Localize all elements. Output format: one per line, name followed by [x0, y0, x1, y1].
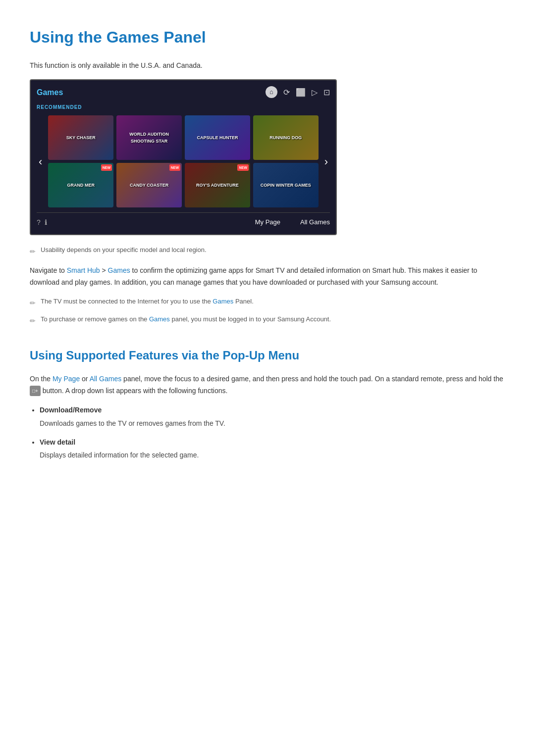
game-tile-1[interactable]: SKY CHASER [48, 115, 113, 160]
games-panel-image: Games ⌂ ⟳ ⬜ ▷ ⊡ RECOMMENDED ‹ SKY CHASER… [30, 79, 337, 235]
note-1-text: Usability depends on your specific model… [41, 245, 207, 255]
game-tile-3[interactable]: CAPSULE HUNTER [185, 115, 250, 160]
game-tile-2[interactable]: WORLD AUDITION SHOOTING STAR [116, 115, 182, 160]
panel-footer: ? ℹ My Page All Games [37, 212, 330, 228]
features-list: Download/Remove Downloads games to the T… [30, 404, 505, 461]
note-3: ✏ To purchase or remove games on the Gam… [30, 314, 505, 326]
game-title-8: COPIN WINTER GAMES [259, 180, 313, 191]
all-games-link[interactable]: All Games [90, 375, 122, 383]
footer-help-icon: ? [37, 217, 41, 228]
remote-button-icon: □+ [30, 386, 41, 396]
panel-icon-search: ⟳ [283, 86, 290, 99]
footer-all-games[interactable]: All Games [300, 217, 330, 228]
games-link-1[interactable]: Games [108, 266, 130, 274]
recommended-label: RECOMMENDED [37, 103, 330, 111]
panel-icon-group: ⌂ ⟳ ⬜ ▷ ⊡ [266, 86, 330, 99]
pencil-icon-2: ✏ [30, 298, 36, 308]
body-paragraph-1: Navigate to Smart Hub > Games to confirm… [30, 265, 505, 289]
popup-intro-text: On the My Page or All Games panel, move … [30, 373, 505, 397]
game-title-3: CAPSULE HUNTER [195, 132, 240, 143]
game-title-6: CANDY COASTER [128, 180, 170, 191]
feature-title-2: View detail [40, 438, 75, 446]
games-grid: SKY CHASER WORLD AUDITION SHOOTING STAR … [48, 115, 318, 207]
pencil-icon-3: ✏ [30, 315, 36, 326]
game-tile-4[interactable]: RUNNING DOG [253, 115, 319, 160]
nav-arrow-right[interactable]: › [322, 153, 330, 170]
note-3-text: To purchase or remove games on the Games… [41, 314, 331, 325]
feature-title-1: Download/Remove [40, 406, 102, 414]
games-grid-wrapper: ‹ SKY CHASER WORLD AUDITION SHOOTING STA… [37, 115, 330, 207]
note-2-text: The TV must be connected to the Internet… [41, 297, 254, 307]
games-link-3[interactable]: Games [149, 315, 170, 323]
game-tile-5[interactable]: NEW GRAND MER [48, 163, 113, 207]
feature-item-1: Download/Remove Downloads games to the T… [40, 404, 505, 429]
note-2: ✏ The TV must be connected to the Intern… [30, 297, 505, 308]
intro-text: This function is only available in the U… [30, 60, 505, 71]
game-tile-6[interactable]: NEW CANDY COASTER [116, 163, 182, 207]
game-title-5: GRAND MER [65, 180, 97, 191]
games-link-2[interactable]: Games [213, 298, 233, 305]
smart-hub-link[interactable]: Smart Hub [67, 266, 100, 274]
new-badge-5: NEW [101, 164, 112, 171]
feature-desc-2: Displays detailed information for the se… [40, 450, 505, 460]
section-2-title: Using Supported Features via the Pop-Up … [30, 346, 505, 365]
panel-icon-play: ▷ [312, 86, 318, 99]
game-title-1: SKY CHASER [64, 132, 98, 143]
panel-icon-window: ⬜ [296, 86, 306, 99]
panel-footer-left: ? ℹ [37, 217, 47, 228]
note-1: ✏ Usability depends on your specific mod… [30, 245, 505, 257]
game-title-2: WORLD AUDITION SHOOTING STAR [116, 129, 182, 147]
game-tile-8[interactable]: COPIN WINTER GAMES [253, 163, 319, 207]
new-badge-7: NEW [237, 164, 248, 171]
footer-my-page[interactable]: My Page [255, 217, 280, 228]
nav-arrow-left[interactable]: ‹ [37, 153, 44, 170]
panel-icon-home: ⌂ [266, 86, 277, 98]
game-title-4: RUNNING DOG [268, 132, 304, 143]
footer-info-icon: ℹ [45, 217, 47, 228]
game-tile-7[interactable]: NEW ROY'S ADVENTURE [185, 163, 250, 207]
new-badge-6: NEW [169, 164, 180, 171]
my-page-link[interactable]: My Page [53, 375, 80, 383]
page-title: Using the Games Panel [30, 25, 505, 50]
panel-footer-nav: My Page All Games [255, 217, 330, 228]
feature-desc-1: Downloads games to the TV or removes gam… [40, 418, 505, 429]
feature-item-2: View detail Displays detailed informatio… [40, 437, 505, 461]
panel-title: Games [37, 86, 63, 99]
panel-icon-settings: ⊡ [323, 86, 330, 99]
game-title-7: ROY'S ADVENTURE [194, 180, 241, 191]
pencil-icon-1: ✏ [30, 246, 36, 257]
